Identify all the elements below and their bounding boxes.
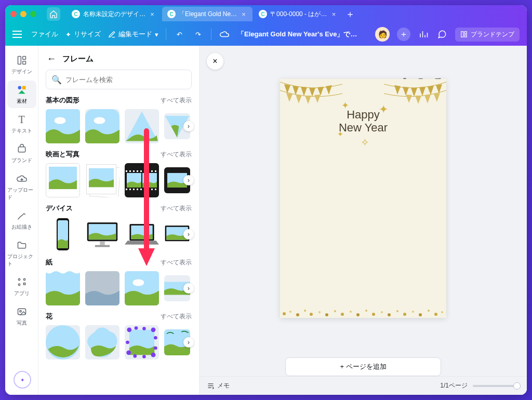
close-window[interactable]: [10, 11, 17, 17]
nav-upload[interactable]: アップロード: [7, 169, 36, 204]
svg-point-66: [142, 327, 146, 330]
zoom-knob[interactable]: [513, 382, 521, 390]
svg-point-118: [419, 313, 422, 316]
nav-photos[interactable]: 写真: [7, 302, 36, 330]
edit-mode-menu[interactable]: 編集モード ▾: [108, 30, 158, 39]
svg-marker-87: [296, 95, 302, 103]
main-toolbar: ファイル ✦ リサイズ 編集モード ▾ ↶ ↷ 「Elegant Gold Ne…: [5, 23, 527, 46]
nav-text[interactable]: Tテキスト: [7, 110, 36, 138]
undo-button[interactable]: ↶: [174, 29, 185, 40]
close-icon[interactable]: ×: [330, 10, 337, 18]
home-button[interactable]: [47, 7, 60, 21]
see-all-link[interactable]: すべて表示: [161, 258, 192, 267]
magic-button[interactable]: ✦: [14, 371, 31, 389]
upload-icon: [16, 172, 28, 185]
svg-marker-82: [301, 87, 307, 96]
titlebar: C 名称未設定のデザイ… × C 「Elegant Gold Ne… × C 〒…: [5, 5, 527, 23]
brand-templates-button[interactable]: ブランドテンプ: [455, 28, 520, 42]
frame-photo-stack[interactable]: [85, 163, 119, 197]
new-tab-button[interactable]: ＋: [343, 7, 357, 21]
svg-marker-8: [18, 90, 25, 94]
file-menu[interactable]: ファイル: [31, 30, 58, 39]
see-all-link[interactable]: すべて表示: [161, 96, 192, 105]
close-icon[interactable]: ×: [240, 10, 247, 18]
frame-polaroid[interactable]: [46, 163, 80, 197]
maximize-window[interactable]: [30, 11, 36, 17]
annotation-arrow: [136, 126, 157, 271]
nav-projects[interactable]: プロジェクト: [7, 236, 36, 271]
back-button[interactable]: ←: [46, 53, 57, 64]
document-title[interactable]: 「Elegant Gold New Year's Eve」で…: [237, 30, 357, 39]
notes-button[interactable]: メモ: [207, 381, 230, 390]
svg-point-73: [126, 350, 131, 355]
canvas-area: × ✦ ✦ ✦ ✧ Happy New Year: [200, 46, 527, 395]
nav-draw[interactable]: お絵描き: [7, 206, 36, 234]
scroll-right-button[interactable]: ›: [183, 337, 194, 348]
scroll-right-button[interactable]: ›: [183, 121, 194, 131]
scroll-right-button[interactable]: ›: [183, 283, 194, 294]
page-indicator: 1/1ページ: [440, 381, 468, 390]
nav-elements[interactable]: 素材: [7, 81, 36, 108]
scroll-right-button[interactable]: ›: [183, 175, 194, 185]
svg-rect-51: [95, 245, 110, 247]
avatar[interactable]: 🧑: [375, 27, 390, 42]
shapes-row: ›: [46, 108, 192, 144]
frame-paper-wave[interactable]: [125, 271, 159, 305]
frame-rounded[interactable]: [85, 109, 119, 143]
search-input[interactable]: 🔍: [46, 70, 192, 89]
see-all-link[interactable]: すべて表示: [161, 312, 192, 321]
frame-circle[interactable]: [46, 325, 80, 359]
cloud-sync-icon[interactable]: [219, 29, 230, 40]
svg-point-115: [396, 310, 398, 312]
svg-rect-4: [22, 57, 25, 60]
nav-brand[interactable]: ブランド: [7, 140, 36, 167]
resize-menu[interactable]: ✦ リサイズ: [65, 30, 101, 39]
layout-icon: [16, 54, 28, 66]
svg-marker-84: [317, 87, 324, 96]
svg-point-103: [304, 310, 306, 312]
tab-0[interactable]: C 名称未設定のデザイ… ×: [66, 7, 161, 21]
share-add-button[interactable]: ＋: [397, 28, 410, 41]
redo-button[interactable]: ↷: [192, 29, 204, 40]
minimize-window[interactable]: [20, 11, 26, 17]
frame-paper-torn[interactable]: [46, 271, 80, 305]
svg-point-108: [341, 313, 344, 316]
frame-square[interactable]: [46, 109, 80, 143]
tab-2[interactable]: C 〒000-0000 - はが… ×: [254, 7, 342, 21]
collapse-panel-button[interactable]: ×: [207, 53, 223, 70]
nav-design[interactable]: デザイン: [7, 51, 36, 78]
menu-button[interactable]: [12, 29, 24, 40]
svg-point-121: [441, 311, 443, 313]
frame-phone[interactable]: [46, 217, 80, 251]
see-all-link[interactable]: すべて表示: [161, 150, 192, 159]
svg-point-72: [134, 354, 137, 358]
frame-paper-crumpled[interactable]: [85, 271, 119, 305]
canva-favicon: C: [259, 10, 267, 18]
add-page-button[interactable]: + ページを追加: [285, 357, 441, 376]
svg-point-6: [18, 86, 21, 90]
folder-icon: [16, 239, 28, 251]
section-title: 基本の図形: [46, 96, 79, 105]
frame-flower-border[interactable]: [125, 325, 159, 359]
svg-rect-28: [133, 170, 135, 172]
section-title: 映画と写真: [46, 150, 79, 159]
nav-apps[interactable]: アプリ: [7, 273, 36, 300]
svg-point-105: [318, 311, 321, 313]
svg-rect-0: [461, 32, 463, 37]
svg-point-106: [325, 313, 328, 316]
close-icon[interactable]: ×: [149, 10, 156, 18]
left-nav: デザイン 素材 Tテキスト ブランド アップロード お絵描き プロジェクト アプ…: [5, 46, 38, 395]
comment-button[interactable]: [436, 29, 448, 40]
see-all-link[interactable]: すべて表示: [161, 204, 192, 213]
search-field[interactable]: [65, 76, 186, 84]
svg-marker-98: [415, 96, 421, 104]
tab-1[interactable]: C 「Elegant Gold Ne… ×: [162, 7, 252, 21]
frame-monitor[interactable]: [85, 217, 119, 251]
analytics-button[interactable]: [418, 29, 429, 40]
zoom-slider[interactable]: [473, 385, 520, 387]
svg-point-14: [19, 311, 21, 312]
frame-flower-blob[interactable]: [85, 325, 119, 359]
design-page[interactable]: ✦ ✦ ✦ ✧ Happy New Year: [280, 79, 446, 318]
scroll-right-button[interactable]: ›: [183, 229, 194, 239]
svg-marker-92: [419, 87, 425, 96]
